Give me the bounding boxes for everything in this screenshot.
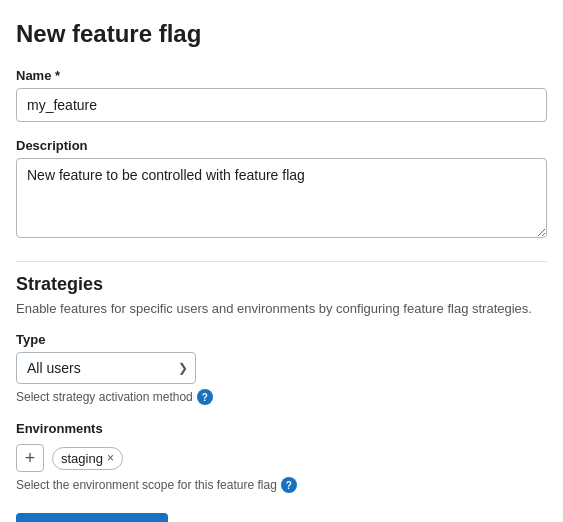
name-label: Name *: [16, 68, 547, 83]
strategies-description: Enable features for specific users and e…: [16, 301, 547, 316]
section-divider: [16, 261, 547, 262]
description-field-group: Description New feature to be controlled…: [16, 138, 547, 241]
description-input[interactable]: New feature to be controlled with featur…: [16, 158, 547, 238]
add-environment-button[interactable]: +: [16, 444, 44, 472]
name-field-group: Name *: [16, 68, 547, 122]
environments-help-icon[interactable]: ?: [281, 477, 297, 493]
type-label: Type: [16, 332, 547, 347]
create-feature-flag-button[interactable]: Create feature flag: [16, 513, 168, 522]
actions-row: Create feature flag Cancel: [16, 513, 547, 522]
description-label: Description: [16, 138, 547, 153]
environments-label: Environments: [16, 421, 547, 436]
environments-row: + staging ×: [16, 444, 547, 472]
staging-tag-remove[interactable]: ×: [107, 452, 114, 464]
staging-tag: staging ×: [52, 447, 123, 470]
type-help-icon[interactable]: ?: [197, 389, 213, 405]
environments-field-group: Environments + staging × Select the envi…: [16, 421, 547, 493]
type-select-wrapper: All users Gradual rollout Userlist Flexi…: [16, 352, 196, 384]
type-select[interactable]: All users Gradual rollout Userlist Flexi…: [16, 352, 196, 384]
staging-tag-label: staging: [61, 451, 103, 466]
type-field-group: Type All users Gradual rollout Userlist …: [16, 332, 547, 405]
cancel-button[interactable]: Cancel: [180, 513, 260, 522]
environments-help-text: Select the environment scope for this fe…: [16, 477, 547, 493]
strategies-title: Strategies: [16, 274, 547, 295]
type-help-text: Select strategy activation method ?: [16, 389, 547, 405]
name-input[interactable]: [16, 88, 547, 122]
name-required-indicator: *: [55, 68, 60, 83]
page-title: New feature flag: [16, 20, 547, 48]
